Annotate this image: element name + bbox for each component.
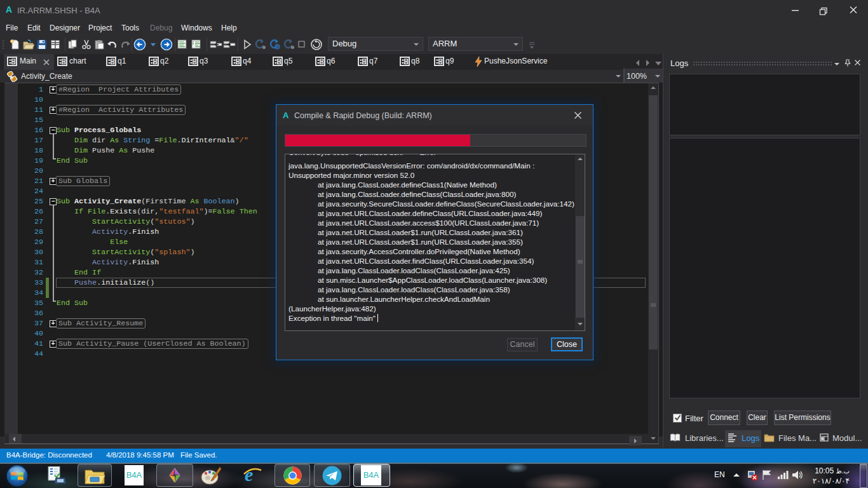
svg-text:e: e xyxy=(245,465,253,485)
